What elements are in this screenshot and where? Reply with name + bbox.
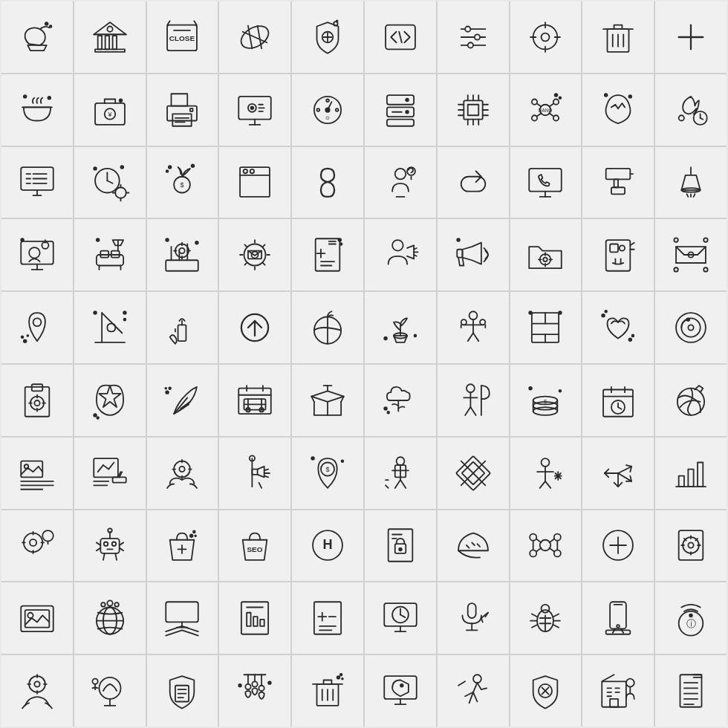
icon-monitor-checklist[interactable] bbox=[1, 147, 73, 218]
icon-person-balance[interactable] bbox=[438, 292, 509, 363]
icon-gear-person[interactable] bbox=[1, 510, 73, 582]
icon-clock-calendar[interactable] bbox=[582, 365, 654, 436]
icon-watermelon[interactable] bbox=[438, 510, 509, 582]
icon-lamp-pendant[interactable] bbox=[655, 147, 727, 218]
icon-candle-water[interactable] bbox=[147, 292, 218, 363]
icon-rugby-ball[interactable] bbox=[219, 1, 290, 73]
icon-globe-balloons[interactable] bbox=[74, 582, 146, 654]
icon-window-browser[interactable] bbox=[219, 147, 290, 218]
icon-shelving-unit[interactable] bbox=[510, 292, 582, 363]
icon-rotate-arrow[interactable] bbox=[438, 147, 509, 218]
icon-document-plus-minus[interactable] bbox=[292, 582, 363, 654]
icon-document-lock[interactable] bbox=[365, 510, 436, 582]
icon-medical-cross-circle[interactable] bbox=[582, 510, 654, 582]
icon-sofa-lamp[interactable] bbox=[74, 219, 146, 290]
icon-bowl-food[interactable] bbox=[1, 74, 73, 146]
icon-broken-egg[interactable] bbox=[582, 74, 654, 146]
icon-server-minus[interactable] bbox=[365, 74, 436, 146]
icon-cloud-plant[interactable] bbox=[365, 365, 436, 436]
icon-yarn-ball[interactable] bbox=[655, 365, 727, 436]
icon-document-lines[interactable] bbox=[655, 655, 727, 727]
icon-printer-document[interactable] bbox=[147, 74, 218, 146]
icon-trash[interactable] bbox=[582, 1, 654, 73]
icon-person-idea[interactable] bbox=[365, 147, 436, 218]
icon-crosshair[interactable] bbox=[510, 1, 582, 73]
icon-bar-chart[interactable] bbox=[655, 438, 727, 509]
icon-clipboard-gear[interactable] bbox=[1, 365, 73, 436]
icon-monitor-pacman[interactable] bbox=[365, 655, 436, 727]
icon-arrows-spread[interactable] bbox=[582, 438, 654, 509]
icon-layers-monitor[interactable] bbox=[147, 582, 218, 654]
icon-industrial-gear[interactable] bbox=[147, 219, 218, 290]
icon-person-announcement[interactable] bbox=[365, 219, 436, 290]
icon-heart-leaves[interactable] bbox=[582, 292, 654, 363]
icon-person-robot[interactable] bbox=[74, 510, 146, 582]
icon-dollar-location[interactable]: $ bbox=[292, 438, 363, 509]
icon-tree-person[interactable] bbox=[74, 655, 146, 727]
icon-open-box[interactable] bbox=[292, 365, 363, 436]
icon-phone-stand[interactable] bbox=[582, 582, 654, 654]
icon-picture-frame[interactable] bbox=[1, 582, 73, 654]
icon-bug-person[interactable] bbox=[510, 582, 582, 654]
icon-pin-megaphone[interactable] bbox=[219, 438, 290, 509]
icon-seo-bag[interactable]: SEO bbox=[219, 510, 290, 582]
icon-fruit-orange[interactable] bbox=[292, 292, 363, 363]
icon-medical-shield[interactable] bbox=[292, 1, 363, 73]
icon-person-scythe[interactable] bbox=[438, 365, 509, 436]
icon-monitor-settings[interactable] bbox=[219, 74, 290, 146]
icon-corner-arrow[interactable] bbox=[219, 292, 290, 363]
icon-fire-clock[interactable] bbox=[655, 74, 727, 146]
icon-badge-star[interactable] bbox=[74, 365, 146, 436]
icon-close-sign[interactable]: CLOSE bbox=[147, 1, 218, 73]
icon-shield-x[interactable] bbox=[510, 655, 582, 727]
icon-folder-settings[interactable] bbox=[510, 219, 582, 290]
icon-diamond-pattern[interactable] bbox=[438, 438, 509, 509]
icon-gauge-settings[interactable] bbox=[655, 510, 727, 582]
icon-coin-wifi[interactable]: ⓘ bbox=[655, 582, 727, 654]
icon-briefcase-money[interactable]: ¥ bbox=[74, 74, 146, 146]
icon-gear-email[interactable] bbox=[219, 219, 290, 290]
icon-person-running[interactable] bbox=[438, 655, 509, 727]
icon-sliders[interactable] bbox=[438, 1, 509, 73]
icon-nano-molecule[interactable]: NANO bbox=[510, 74, 582, 146]
icon-plant-coin[interactable]: $ bbox=[147, 147, 218, 218]
icon-diaper-baby[interactable] bbox=[655, 219, 727, 290]
icon-document-chart[interactable] bbox=[219, 582, 290, 654]
icon-megaphone-rays[interactable] bbox=[438, 219, 509, 290]
icon-network-hub[interactable] bbox=[510, 510, 582, 582]
icon-image-lines[interactable] bbox=[1, 438, 73, 509]
icon-document-medical[interactable] bbox=[292, 219, 363, 290]
icon-hands-gear-2[interactable] bbox=[1, 655, 73, 727]
icon-clock-gear[interactable] bbox=[74, 147, 146, 218]
icon-hotel-H[interactable]: H bbox=[292, 510, 363, 582]
icon-potted-plant[interactable] bbox=[365, 292, 436, 363]
icon-feather-leaf[interactable] bbox=[147, 365, 218, 436]
icon-person-standing[interactable] bbox=[365, 438, 436, 509]
icon-monitor-badge[interactable] bbox=[1, 219, 73, 290]
icon-snowflake-person[interactable] bbox=[510, 438, 582, 509]
icon-trash-can-star[interactable] bbox=[292, 655, 363, 727]
icon-circle-music[interactable] bbox=[655, 292, 727, 363]
icon-monitor-clock[interactable] bbox=[365, 582, 436, 654]
icon-building-person[interactable] bbox=[582, 655, 654, 727]
icon-hanging-decor[interactable] bbox=[219, 655, 290, 727]
icon-location-pin[interactable] bbox=[1, 292, 73, 363]
icon-monitor-call[interactable] bbox=[510, 147, 582, 218]
icon-hands-gear[interactable] bbox=[147, 438, 218, 509]
icon-bag-plus[interactable] bbox=[147, 510, 218, 582]
icon-paint-roller[interactable] bbox=[582, 147, 654, 218]
icon-coins-stack[interactable]: $ bbox=[510, 365, 582, 436]
icon-drafting-tools[interactable] bbox=[74, 292, 146, 363]
icon-code-bracket[interactable] bbox=[365, 1, 436, 73]
icon-microchip[interactable] bbox=[438, 74, 509, 146]
icon-shield-document[interactable] bbox=[147, 655, 218, 727]
icon-microphone-pencil[interactable] bbox=[438, 582, 509, 654]
icon-mortar-pestle[interactable] bbox=[1, 1, 73, 73]
icon-plus[interactable] bbox=[655, 1, 727, 73]
icon-bank-building[interactable] bbox=[74, 1, 146, 73]
icon-coffee-machine[interactable] bbox=[582, 219, 654, 290]
icon-number-8[interactable] bbox=[292, 147, 363, 218]
icon-dial-gauge[interactable]: ⊙ bbox=[292, 74, 363, 146]
icon-calendar-train[interactable] bbox=[219, 365, 290, 436]
icon-chart-pencil[interactable] bbox=[74, 438, 146, 509]
